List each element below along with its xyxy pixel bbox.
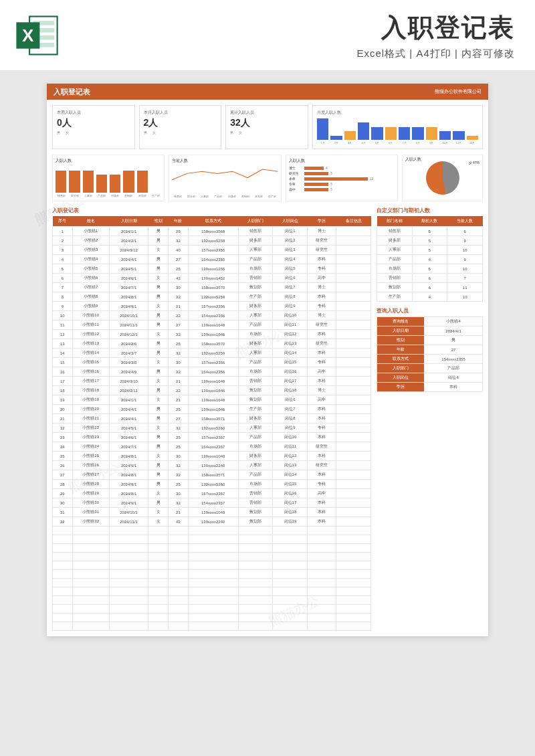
edu-chart: 入职人数 博士4研究生5本科13专科5高中5 xyxy=(286,155,398,201)
company-name: 熊猫办公软件有限公司 xyxy=(435,88,481,95)
dept-table-section: 自定义部门与期初人数 部门名称期初人数当前人数销售部56财务部59人事部510产… xyxy=(377,207,483,302)
dept-line-chart: 当前人数 销售部财务部人事部产品部市场部营销部策划部生产部 xyxy=(169,155,281,201)
page-title: 入职登记表 xyxy=(70,11,515,45)
charts-row: 入职人数 销售部财务部人事部产品部市场部营销部策划部生产部 当前人数 销售部财务… xyxy=(47,155,488,207)
stat-week: 本周入职人员 0人 男女 xyxy=(52,105,135,149)
query-table: 查询姓名小熊猫4入职日期2024/4/1性别男年龄27联系方式154xxxx23… xyxy=(377,316,483,392)
svg-text:X: X xyxy=(22,25,34,45)
dept-table: 部门名称期初人数当前人数销售部56财务部59人事部510产品部49市场部510营… xyxy=(377,216,483,302)
monthly-chart: 月度入职人数 1月2月3月4月5月6月7月8月9月10月11月12月 xyxy=(312,105,483,149)
sheet-header: 入职登记表 熊猫办公软件有限公司 xyxy=(47,84,488,100)
dept-bar-chart: 入职人数 销售部财务部人事部产品部市场部营销部策划部生产部 xyxy=(52,155,165,201)
stat-total: 累计入职人员 32人 男女 xyxy=(225,105,308,149)
main-table-section: 入职登记表 序号姓名入职日期性别年龄联系方式入职部门入职岗位学历备注信息1小熊猫… xyxy=(52,207,371,631)
tables-row: 入职登记表 序号姓名入职日期性别年龄联系方式入职部门入职岗位学历备注信息1小熊猫… xyxy=(47,207,488,636)
query-section: 查询入职人员 查询姓名小熊猫4入职日期2024/4/1性别男年龄27联系方式15… xyxy=(377,307,483,392)
main-table: 序号姓名入职日期性别年龄联系方式入职部门入职岗位学历备注信息1小熊猫12024/… xyxy=(52,216,371,631)
gender-pie: 入职人数 女 47% xyxy=(402,155,483,201)
page-subtitle: Excel格式 | A4打印 | 内容可修改 xyxy=(70,48,515,60)
top-bar: X 入职登记表 Excel格式 | A4打印 | 内容可修改 xyxy=(0,0,535,70)
excel-icon: X xyxy=(13,12,60,59)
stat-month: 本月入职人员 2人 男女 xyxy=(139,105,222,149)
dashboard-row: 本周入职人员 0人 男女 本月入职人员 2人 男女 累计入职人员 32人 男女 … xyxy=(47,100,488,155)
sheet-title: 入职登记表 xyxy=(54,87,90,97)
spreadsheet: 入职登记表 熊猫办公软件有限公司 本周入职人员 0人 男女 本月入职人员 2人 … xyxy=(47,84,488,636)
